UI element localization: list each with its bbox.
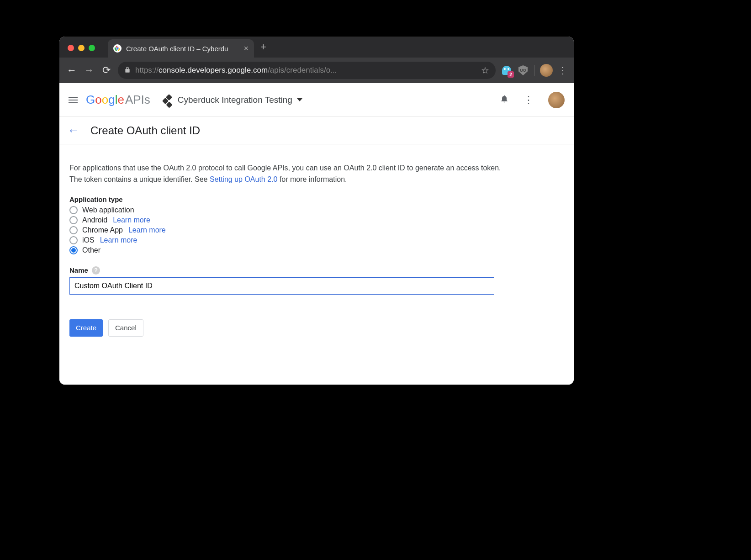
app-header: Google APIs Cyberduck Integration Testin…: [59, 83, 574, 117]
browser-tab[interactable]: Create OAuth client ID – Cyberdu ×: [108, 39, 254, 58]
radio-android[interactable]: Android Learn more: [69, 215, 564, 225]
google-apis-logo[interactable]: Google APIs: [86, 93, 150, 107]
page-title-bar: ← Create OAuth client ID: [59, 117, 574, 144]
radio-icon[interactable]: [69, 236, 78, 244]
extension-badge: 2: [508, 71, 514, 78]
radio-icon[interactable]: [69, 226, 78, 234]
reload-button[interactable]: ⟳: [100, 64, 112, 76]
page-back-arrow-icon[interactable]: ←: [68, 123, 79, 137]
browser-window: Create OAuth client ID – Cyberdu × + ← →…: [59, 37, 574, 385]
radio-other[interactable]: Other: [69, 245, 564, 255]
radio-icon[interactable]: [69, 216, 78, 224]
radio-icon[interactable]: [69, 206, 78, 214]
lock-icon: [124, 67, 131, 74]
hamburger-menu-icon[interactable]: [69, 95, 78, 105]
window-controls: [59, 45, 103, 58]
bookmark-star-icon[interactable]: ☆: [481, 65, 489, 76]
radio-web-application[interactable]: Web application: [69, 205, 564, 215]
close-window-button[interactable]: [68, 45, 74, 51]
profile-avatar-icon[interactable]: [540, 64, 553, 77]
android-learn-more-link[interactable]: Learn more: [113, 216, 150, 224]
project-name: Cyberduck Integration Testing: [178, 95, 292, 105]
address-bar[interactable]: https://console.developers.google.com/ap…: [118, 62, 496, 79]
tab-favicon-icon: [113, 44, 122, 53]
project-selector[interactable]: Cyberduck Integration Testing: [163, 95, 302, 105]
header-overflow-menu[interactable]: ⋮: [524, 94, 534, 106]
setup-oauth-link[interactable]: Setting up OAuth 2.0: [210, 175, 278, 183]
forward-button[interactable]: →: [83, 64, 95, 76]
intro-text: For applications that use the OAuth 2.0 …: [69, 163, 508, 185]
extension-ublock-icon[interactable]: UO: [518, 65, 529, 76]
project-icon: [163, 95, 173, 105]
account-avatar-icon[interactable]: [548, 92, 565, 108]
form-content: For applications that use the OAuth 2.0 …: [59, 144, 574, 350]
back-button[interactable]: ←: [66, 64, 78, 76]
button-row: Create Cancel: [69, 319, 564, 337]
maximize-window-button[interactable]: [89, 45, 95, 51]
tab-close-icon[interactable]: ×: [243, 44, 249, 53]
ios-learn-more-link[interactable]: Learn more: [100, 236, 138, 244]
minimize-window-button[interactable]: [78, 45, 85, 51]
tab-title: Create OAuth client ID – Cyberdu: [126, 45, 239, 53]
page-title: Create OAuth client ID: [90, 124, 200, 137]
browser-menu-button[interactable]: ⋮: [558, 65, 567, 76]
chrome-learn-more-link[interactable]: Learn more: [128, 226, 166, 234]
notifications-bell-icon[interactable]: [500, 94, 509, 106]
url-text: https://console.developers.google.com/ap…: [135, 66, 476, 75]
name-label: Name: [69, 266, 88, 274]
toolbar-divider: [534, 65, 534, 76]
browser-toolbar: ← → ⟳ https://console.developers.google.…: [59, 58, 574, 83]
radio-icon[interactable]: [69, 246, 78, 254]
dropdown-arrow-icon: [297, 98, 302, 101]
new-tab-button[interactable]: +: [254, 41, 273, 58]
radio-chrome-app[interactable]: Chrome App Learn more: [69, 225, 564, 235]
extension-ghostery-icon[interactable]: 2: [501, 65, 512, 76]
svg-point-3: [116, 48, 118, 49]
help-icon[interactable]: ?: [92, 266, 100, 275]
cancel-button[interactable]: Cancel: [108, 319, 143, 337]
create-button[interactable]: Create: [69, 319, 103, 337]
app-type-label: Application type: [69, 195, 564, 203]
radio-ios[interactable]: iOS Learn more: [69, 235, 564, 245]
name-input[interactable]: [69, 277, 494, 295]
app-type-radio-group: Web application Android Learn more Chrom…: [69, 205, 564, 255]
page-content: Google APIs Cyberduck Integration Testin…: [59, 83, 574, 385]
titlebar: Create OAuth client ID – Cyberdu × +: [59, 37, 574, 58]
